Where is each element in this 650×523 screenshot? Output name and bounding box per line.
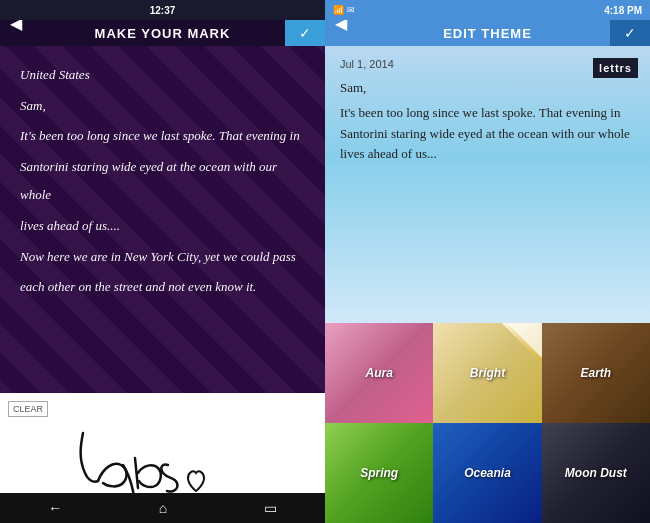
theme-earth[interactable]: Earth [542,323,650,423]
preview-text: Sam, It's been too long since we last sp… [340,78,635,165]
letter-text: United States Sam, It's been too long si… [20,61,305,302]
letter-line2: Sam, [20,92,305,121]
left-title: MAKE YOUR MARK [95,26,231,41]
preview-salutation: Sam, [340,78,635,99]
theme-moondust[interactable]: Moon Dust [542,423,650,523]
letter-line5: lives ahead of us.... [20,212,305,241]
preview-date: Jul 1, 2014 [340,58,635,70]
letter-line6: Now here we are in New York City, yet we… [20,243,305,272]
status-bar-right: 📶 ✉ 4:18 PM [325,0,650,20]
page-fold-icon [507,323,542,358]
nav-home-icon[interactable]: ⌂ [159,500,167,516]
main-container: ◀ MAKE YOUR MARK ✓ United States Sam, It… [0,0,650,523]
theme-bright[interactable]: Bright [433,323,541,423]
right-time: 4:18 PM [604,5,642,16]
right-check-icon: ✓ [624,25,636,41]
theme-aura-label: Aura [365,366,392,380]
theme-grid: Aura Bright Earth Spring Oceania Moon Du… [325,323,650,523]
nav-recent-icon[interactable]: ▭ [264,500,277,516]
signature-drawing [63,413,263,503]
clear-button[interactable]: CLEAR [8,401,48,417]
left-time: 12:37 [150,5,176,16]
letter-line3: It's been too long since we last spoke. … [20,122,305,151]
right-check-button[interactable]: ✓ [610,20,650,46]
nav-back-icon[interactable]: ← [48,500,62,516]
nav-bar: ← ⌂ ▭ [0,493,325,523]
letter-line4: Santorini staring wide eyed at the ocean… [20,153,305,210]
theme-moondust-label: Moon Dust [565,466,627,480]
left-panel: ◀ MAKE YOUR MARK ✓ United States Sam, It… [0,0,325,523]
theme-oceania-label: Oceania [464,466,511,480]
status-bar-left: 12:37 [0,0,325,20]
theme-spring[interactable]: Spring [325,423,433,523]
right-title: EDIT THEME [443,26,532,41]
letter-line1: United States [20,61,305,90]
letter-line7: each other on the street and not even kn… [20,273,305,302]
theme-oceania[interactable]: Oceania [433,423,541,523]
theme-aura[interactable]: Aura [325,323,433,423]
right-panel: ◀ EDIT THEME ✓ Jul 1, 2014 lettrs Sam, I… [325,0,650,523]
theme-spring-label: Spring [360,466,398,480]
theme-earth-label: Earth [580,366,611,380]
status-signal-icon: 📶 ✉ [333,5,355,15]
preview-body: It's been too long since we last spoke. … [340,103,635,165]
letter-content: United States Sam, It's been too long si… [0,46,325,393]
letter-preview: Jul 1, 2014 lettrs Sam, It's been too lo… [325,46,650,323]
left-check-icon: ✓ [299,25,311,41]
left-check-button[interactable]: ✓ [285,20,325,46]
theme-bright-label: Bright [470,366,505,380]
lettrs-logo: lettrs [593,58,638,78]
